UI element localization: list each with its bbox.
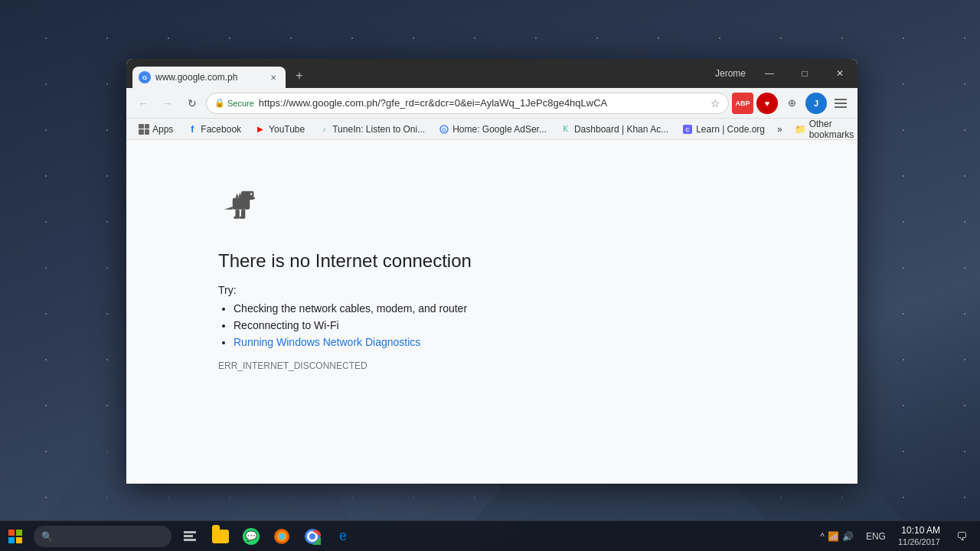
search-icon: 🔍 [41,531,53,542]
svg-rect-13 [240,203,244,204]
windows-diagnostics-link[interactable]: Running Windows Network Diagnostics [234,336,420,348]
active-tab[interactable]: G www.google.com.ph ✕ [132,67,286,88]
tab-favicon: G [139,71,151,83]
chrome-tabs: G www.google.com.ph ✕ + [126,65,709,88]
tab-close-button[interactable]: ✕ [267,71,279,83]
svg-point-9 [252,194,253,195]
language-indicator[interactable]: ENG [863,531,889,542]
taskbar-search-bar[interactable]: 🔍 [34,526,172,547]
apps-grid-icon [139,124,149,135]
minimize-button[interactable]: — [752,62,787,85]
back-button[interactable]: ← [132,93,154,114]
task-view-button[interactable] [175,521,205,552]
content-scroll-area[interactable]: There is no Internet connection Try: Che… [126,140,858,484]
svg-text:G: G [142,74,147,81]
taskbar: 🔍 💬 [0,520,980,551]
address-bar[interactable]: 🔒 Secure https://www.google.com.ph/?gfe_… [206,93,729,114]
error-suggestions-list: Checking the network cables, modem, and … [234,302,616,348]
start-button[interactable] [0,521,31,552]
suggestion-item-2: Reconnecting to Wi-Fi [234,319,616,331]
svg-marker-18 [236,194,240,198]
reload-button[interactable]: ↻ [181,93,203,114]
another-extension[interactable]: ⊕ [781,93,802,114]
svg-rect-17 [240,217,246,219]
google-icon: G [439,124,449,135]
bookmark-tunein[interactable]: ♪ TuneIn: Listen to Oni... [312,122,431,137]
bookmark-apps-label: Apps [152,124,173,135]
notification-center-button[interactable]: 🗨 [949,521,974,552]
windows-logo-icon [8,530,22,543]
error-heading: There is no Internet connection [218,250,616,272]
user-avatar-button[interactable]: J [805,93,827,114]
adblock-plus-extension[interactable]: ABP [732,93,753,114]
youtube-icon: ▶ [255,124,266,135]
edge-icon: e [335,528,351,545]
code-org-icon: C [682,124,693,135]
error-code: ERR_INTERNET_DISCONNECTED [218,360,616,371]
bookmarks-bar: Apps f Facebook ▶ YouTube ♪ TuneIn: List… [126,119,858,140]
new-tab-button[interactable]: + [289,65,310,86]
clock-time: 10:10 AM [898,525,940,537]
svg-point-22 [279,533,285,540]
taskbar-whatsapp[interactable]: 💬 [236,521,266,552]
window-controls: Jerome — □ ✕ [709,59,858,85]
taskbar-chrome[interactable] [297,521,328,552]
dinosaur-icon [218,186,264,224]
secure-label: Secure [227,99,254,108]
bookmark-facebook[interactable]: f Facebook [181,122,247,137]
chrome-content: There is no Internet connection Try: Che… [126,140,858,484]
svg-rect-15 [241,210,245,218]
taskbar-edge[interactable]: e [328,521,358,552]
firefox-icon [273,528,290,545]
svg-rect-16 [234,217,240,219]
svg-rect-14 [236,210,240,218]
error-try-label: Try: [218,284,616,296]
chrome-menu-button[interactable] [830,93,851,114]
bookmark-star-icon[interactable]: ☆ [710,97,720,109]
tunein-icon: ♪ [318,124,329,135]
other-bookmarks-label: Other bookmarks [809,119,854,140]
volume-icon[interactable]: 🔊 [842,531,854,542]
other-bookmarks-button[interactable]: 📁 Other bookmarks [789,119,858,140]
suggestion-item-1: Checking the network cables, modem, and … [234,302,616,315]
bookmark-khan[interactable]: K Dashboard | Khan Ac... [554,122,675,137]
bookmark-code[interactable]: C Learn | Code.org [676,122,771,137]
bookmark-apps[interactable]: Apps [132,122,179,137]
tray-chevron-icon[interactable]: ^ [820,531,825,542]
url-text: https://www.google.com.ph/?gfe_rd=cr&dcr… [259,97,706,109]
bookmark-youtube[interactable]: ▶ YouTube [249,122,311,137]
taskbar-firefox[interactable] [266,521,297,552]
dino-container [218,186,616,227]
bookmark-youtube-label: YouTube [269,124,305,135]
lastpass-extension[interactable]: ♥ [756,93,778,114]
window-username: Jerome [709,68,752,79]
bookmark-khan-label: Dashboard | Khan Ac... [574,124,668,135]
facebook-icon: f [187,124,198,135]
chrome-toolbar: ← → ↻ 🔒 Secure https://www.google.com.ph… [126,88,858,119]
notification-icon: 🗨 [956,530,967,543]
folder-icon [212,530,229,543]
taskbar-file-explorer[interactable] [205,521,236,552]
tab-title: www.google.com.ph [155,72,263,83]
network-icon[interactable]: 📶 [828,531,839,542]
svg-marker-12 [224,207,233,210]
taskbar-clock[interactable]: 10:10 AM 11/26/2017 [892,525,946,548]
svg-point-25 [309,533,315,540]
more-bookmarks-button[interactable]: » [773,122,787,137]
bookmark-google[interactable]: G Home: Google AdSer... [433,122,553,137]
whatsapp-icon: 💬 [243,528,260,545]
bookmark-facebook-label: Facebook [201,124,241,135]
close-button[interactable]: ✕ [822,62,858,85]
chrome-window: G www.google.com.ph ✕ + Jerome — □ ✕ [126,59,858,484]
toolbar-extensions: ABP ♥ ⊕ J [732,93,851,114]
svg-text:C: C [686,127,690,132]
lock-icon: 🔒 [214,98,225,108]
taskbar-tray: ^ 📶 🔊 ENG 10:10 AM 11/26/2017 🗨 [814,521,980,552]
clock-date: 11/26/2017 [898,536,940,547]
desktop: G www.google.com.ph ✕ + Jerome — □ ✕ [0,0,980,551]
maximize-button[interactable]: □ [787,62,822,85]
system-tray: ^ 📶 🔊 [814,531,860,542]
task-view-icon [184,531,196,541]
bookmark-tunein-label: TuneIn: Listen to Oni... [332,124,425,135]
forward-button[interactable]: → [157,93,178,114]
